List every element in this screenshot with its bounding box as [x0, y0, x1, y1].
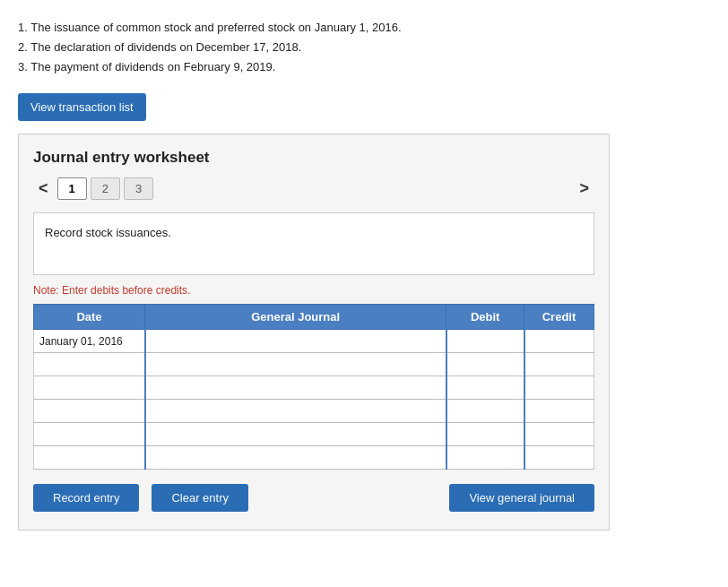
debit-cell-1[interactable]	[446, 330, 524, 353]
debit-cell-5[interactable]	[446, 423, 524, 446]
credit-cell-1[interactable]	[524, 330, 594, 353]
debit-input-3[interactable]	[447, 376, 524, 399]
date-header: Date	[34, 305, 145, 330]
debit-input-5[interactable]	[447, 423, 524, 445]
instruction-box-text: Record stock issuances.	[45, 226, 171, 239]
credit-input-1[interactable]	[525, 330, 594, 352]
next-tab-button[interactable]: >	[574, 177, 594, 200]
general-journal-input-6[interactable]	[146, 446, 446, 469]
credit-header: Credit	[524, 305, 594, 330]
date-cell-2	[34, 353, 145, 376]
table-row	[34, 353, 594, 376]
view-transaction-button[interactable]: View transaction list	[18, 93, 146, 121]
record-entry-button[interactable]: Record entry	[33, 484, 139, 512]
general-journal-header: General Journal	[145, 305, 446, 330]
general-journal-cell-4[interactable]	[145, 400, 446, 423]
general-journal-cell-5[interactable]	[145, 423, 446, 446]
credit-input-6[interactable]	[525, 446, 594, 469]
clear-entry-button[interactable]: Clear entry	[152, 484, 248, 512]
debit-input-4[interactable]	[447, 400, 524, 422]
credit-cell-5[interactable]	[524, 423, 594, 446]
table-row: January 01, 2016	[34, 330, 594, 353]
instruction-box: Record stock issuances.	[33, 212, 594, 275]
date-cell-6	[34, 446, 145, 470]
table-row	[34, 376, 594, 400]
debit-cell-2[interactable]	[446, 353, 524, 376]
credit-input-3[interactable]	[525, 376, 594, 399]
instruction-1: 1. The issuance of common stock and pref…	[18, 18, 710, 38]
tab-navigation: < 1 2 3 >	[33, 177, 594, 200]
action-buttons: Record entry Clear entry View general jo…	[33, 484, 594, 512]
credit-cell-3[interactable]	[524, 376, 594, 400]
journal-table: Date General Journal Debit Credit Januar…	[33, 304, 594, 470]
tab-1[interactable]: 1	[57, 177, 87, 200]
prev-tab-button[interactable]: <	[33, 177, 54, 200]
view-general-journal-button[interactable]: View general journal	[449, 484, 594, 512]
instructions-section: 1. The issuance of common stock and pref…	[18, 18, 710, 77]
date-cell-1: January 01, 2016	[34, 330, 145, 353]
general-journal-input-3[interactable]	[146, 376, 446, 399]
tab-2[interactable]: 2	[91, 177, 120, 200]
instruction-2: 2. The declaration of dividends on Decem…	[18, 38, 710, 57]
debit-cell-3[interactable]	[446, 376, 524, 400]
credit-cell-4[interactable]	[524, 400, 594, 423]
table-row	[34, 446, 594, 470]
table-row	[34, 400, 594, 423]
general-journal-cell-6[interactable]	[145, 446, 446, 470]
debit-input-1[interactable]	[447, 330, 524, 352]
debit-input-2[interactable]	[447, 353, 524, 376]
worksheet-title: Journal entry worksheet	[33, 149, 594, 167]
general-journal-cell-1[interactable]	[145, 330, 446, 353]
tab-3[interactable]: 3	[124, 177, 153, 200]
journal-entry-worksheet: Journal entry worksheet < 1 2 3 > Record…	[18, 134, 610, 531]
credit-input-2[interactable]	[525, 353, 594, 376]
credit-cell-6[interactable]	[524, 446, 594, 470]
general-journal-cell-3[interactable]	[145, 376, 446, 400]
debit-header: Debit	[446, 305, 524, 330]
general-journal-cell-2[interactable]	[145, 353, 446, 376]
debit-cell-4[interactable]	[446, 400, 524, 423]
note-text: Note: Enter debits before credits.	[33, 284, 594, 297]
table-row	[34, 423, 594, 446]
instruction-3: 3. The payment of dividends on February …	[18, 57, 710, 77]
general-journal-input-2[interactable]	[146, 353, 446, 376]
credit-input-4[interactable]	[525, 400, 594, 422]
credit-cell-2[interactable]	[524, 353, 594, 376]
general-journal-input-1[interactable]	[146, 330, 446, 352]
debit-cell-6[interactable]	[446, 446, 524, 470]
date-cell-4	[34, 400, 145, 423]
debit-input-6[interactable]	[447, 446, 524, 469]
general-journal-input-4[interactable]	[146, 400, 446, 422]
general-journal-input-5[interactable]	[146, 423, 446, 445]
credit-input-5[interactable]	[525, 423, 594, 445]
date-cell-3	[34, 376, 145, 400]
date-cell-5	[34, 423, 145, 446]
